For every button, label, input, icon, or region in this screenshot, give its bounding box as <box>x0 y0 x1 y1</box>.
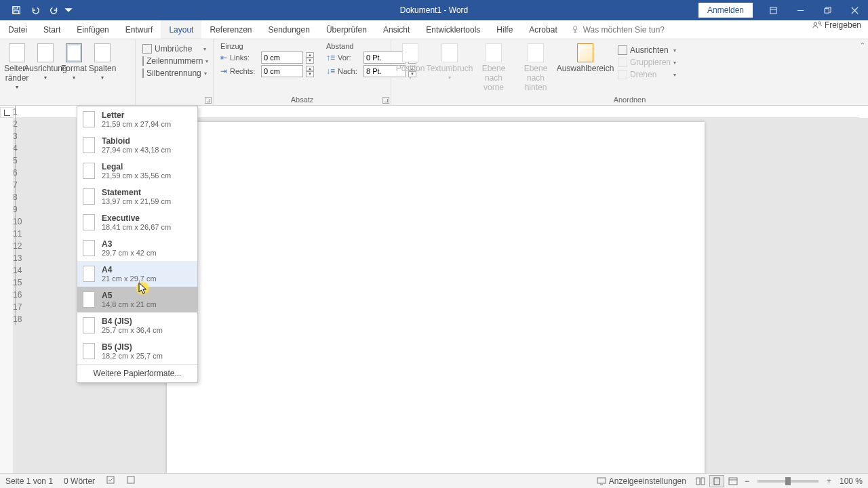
rotate-button: Drehen▾ <box>615 69 679 80</box>
svg-point-8 <box>573 26 576 29</box>
share-label: Freigeben <box>825 20 861 30</box>
breaks-button[interactable]: Umbrüche▾ <box>140 43 209 54</box>
arrange-group-label: Anordnen <box>391 94 868 105</box>
paragraph-group-label: Absatz <box>214 94 391 105</box>
ribbon: Seiten- ränder▾ Ausrichtung▾ Format▾ Spa… <box>0 39 868 106</box>
ribbon-display-options[interactable] <box>760 0 787 20</box>
paper-thumb-icon <box>83 188 95 205</box>
tab-referenzen[interactable]: Referenzen <box>201 20 260 39</box>
svg-rect-2 <box>14 11 19 14</box>
svg-rect-14 <box>696 478 700 485</box>
svg-rect-15 <box>701 478 705 485</box>
paper-size-a4[interactable]: A421 cm x 29,7 cm <box>77 261 197 287</box>
minimize-button[interactable] <box>787 0 814 20</box>
ribbon-tabs: Datei Start Einfügen Entwurf Layout Refe… <box>0 20 868 39</box>
word-count[interactable]: 0 Wörter <box>58 476 100 486</box>
tab-start[interactable]: Start <box>35 20 68 39</box>
svg-rect-16 <box>714 478 719 485</box>
tab-hilfe[interactable]: Hilfe <box>488 20 521 39</box>
tab-datei[interactable]: Datei <box>0 20 35 39</box>
paper-thumb-icon <box>83 163 95 179</box>
window-title: Dokument1 - Word <box>400 5 468 15</box>
paper-size-statement[interactable]: Statement13,97 cm x 21,59 cm <box>77 184 197 209</box>
indent-header: Einzug <box>220 42 314 50</box>
svg-rect-1 <box>14 7 18 9</box>
page-setup-launcher[interactable] <box>205 97 212 104</box>
indent-left-icon: ⇤ <box>220 53 227 62</box>
paper-size-menu: Letter21,59 cm x 27,94 cmTabloid27,94 cm… <box>77 106 198 383</box>
tab-entwurf[interactable]: Entwurf <box>117 20 161 39</box>
maximize-button[interactable] <box>814 0 841 20</box>
paper-size-a5[interactable]: A514,8 cm x 21 cm <box>77 287 197 312</box>
paper-thumb-icon <box>83 214 95 230</box>
display-settings[interactable]: Anzeigeeinstellungen <box>597 476 692 486</box>
svg-rect-11 <box>107 476 114 483</box>
share-button[interactable]: Freigeben <box>812 20 861 30</box>
paper-size-tabloid[interactable]: Tabloid27,94 cm x 43,18 cm <box>77 132 197 158</box>
collapse-ribbon-icon[interactable]: ˆ <box>861 42 864 52</box>
indent-right[interactable]: ⇥Rechts:▲▼ <box>220 65 314 77</box>
paper-thumb-icon <box>83 240 95 256</box>
tell-me-placeholder: Was möchten Sie tun? <box>583 25 665 35</box>
paper-size-b5jis[interactable]: B5 (JIS)18,2 cm x 25,7 cm <box>77 338 197 364</box>
proofing-icon[interactable] <box>100 475 121 487</box>
paper-size-letter[interactable]: Letter21,59 cm x 27,94 cm <box>77 106 197 132</box>
paper-thumb-icon <box>83 291 95 308</box>
web-layout-button[interactable] <box>726 475 741 487</box>
undo-button[interactable] <box>26 0 45 20</box>
zoom-slider[interactable] <box>757 480 818 483</box>
paper-thumb-icon <box>83 111 95 127</box>
spacing-after-icon: ↓≡ <box>326 66 335 76</box>
tab-ansicht[interactable]: Ansicht <box>375 20 418 39</box>
more-paper-sizes[interactable]: Weitere Papierformate... <box>77 364 197 382</box>
close-button[interactable] <box>841 0 868 20</box>
tell-me-search[interactable]: Was möchten Sie tun? <box>571 20 665 39</box>
tab-ueberpruefen[interactable]: Überprüfen <box>318 20 375 39</box>
print-layout-button[interactable] <box>709 475 724 487</box>
page-indicator[interactable]: Seite 1 von 1 <box>0 476 58 486</box>
zoom-out[interactable]: − <box>742 476 752 486</box>
paper-thumb-icon <box>83 317 95 333</box>
spacing-before-icon: ↑≡ <box>326 53 335 62</box>
indent-left[interactable]: ⇤Links:▲▼ <box>220 52 314 64</box>
paper-thumb-icon <box>83 266 95 282</box>
svg-rect-12 <box>127 476 134 483</box>
sign-in-button[interactable]: Anmelden <box>698 3 753 18</box>
svg-point-9 <box>814 22 816 25</box>
vertical-ruler[interactable] <box>0 118 14 473</box>
titlebar: Dokument1 - Word Anmelden <box>0 0 868 20</box>
paper-size-legal[interactable]: Legal21,59 cm x 35,56 cm <box>77 158 197 184</box>
indent-right-icon: ⇥ <box>220 66 227 76</box>
paragraph-launcher[interactable] <box>382 97 389 104</box>
read-mode-button[interactable] <box>693 475 708 487</box>
align-button[interactable]: Ausrichten▾ <box>615 45 679 56</box>
line-numbers-button[interactable]: Zeilennummern▾ <box>140 56 209 66</box>
svg-rect-5 <box>824 8 828 12</box>
save-button[interactable] <box>7 0 26 20</box>
size-button[interactable]: Format▾ <box>60 41 88 105</box>
qat-customize[interactable] <box>64 0 73 20</box>
tab-acrobat[interactable]: Acrobat <box>521 20 565 39</box>
macro-icon[interactable] <box>121 475 141 487</box>
svg-rect-13 <box>597 478 606 483</box>
tab-sendungen[interactable]: Sendungen <box>260 20 318 39</box>
paper-size-executive[interactable]: Executive18,41 cm x 26,67 cm <box>77 209 197 235</box>
redo-button[interactable] <box>45 0 64 20</box>
zoom-level[interactable]: 100 % <box>835 476 863 486</box>
svg-rect-17 <box>729 478 737 485</box>
tab-entwicklertools[interactable]: Entwicklertools <box>418 20 488 39</box>
tab-layout[interactable]: Layout <box>161 20 201 39</box>
tab-einfuegen[interactable]: Einfügen <box>68 20 117 39</box>
tab-selector[interactable] <box>0 107 14 118</box>
paper-size-b4jis[interactable]: B4 (JIS)25,7 cm x 36,4 cm <box>77 312 197 338</box>
svg-rect-3 <box>770 7 776 13</box>
svg-point-10 <box>818 22 821 24</box>
group-button: Gruppieren▾ <box>615 57 679 68</box>
hyphenation-button[interactable]: Silbentrennung▾ <box>140 68 209 79</box>
statusbar: Seite 1 von 1 0 Wörter Anzeigeeinstellun… <box>0 473 868 488</box>
zoom-in[interactable]: + <box>824 476 834 486</box>
columns-button[interactable]: Spalten▾ <box>88 41 117 105</box>
orientation-button[interactable]: Ausrichtung▾ <box>31 41 60 105</box>
paper-size-a3[interactable]: A329,7 cm x 42 cm <box>77 235 197 261</box>
paper-thumb-icon <box>83 343 95 359</box>
